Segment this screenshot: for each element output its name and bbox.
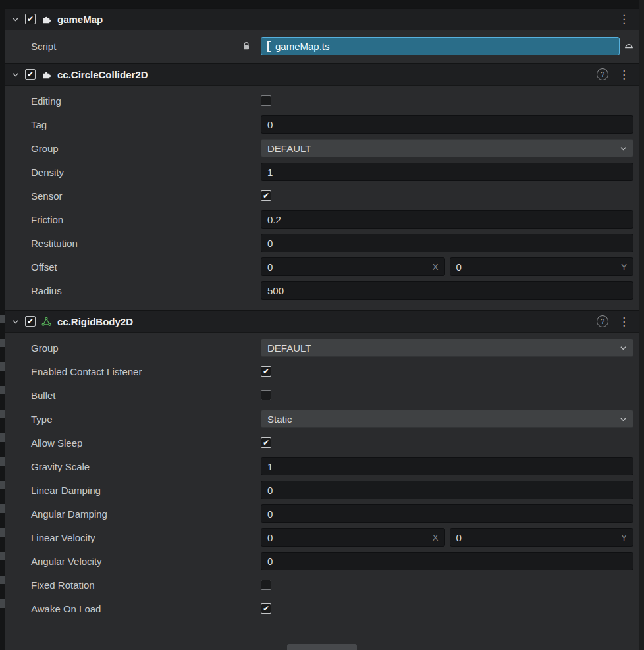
component-header: ✔cc.RigidBody2D?⋮ — [5, 310, 639, 333]
property-value: 0 — [261, 552, 633, 570]
input-value: 1 — [267, 167, 273, 178]
property-label-text: Group — [31, 143, 59, 154]
checkbox-sensor[interactable]: ✔ — [261, 190, 271, 201]
input-radius[interactable]: 500 — [261, 281, 633, 300]
property-value: 0 — [261, 481, 633, 499]
property-row-linear-damping: Linear Damping0 — [5, 478, 639, 502]
property-label: Linear Velocity — [31, 532, 261, 543]
property-value: DEFAULT — [261, 139, 633, 157]
checkbox-editing[interactable] — [261, 95, 271, 106]
menu-icon[interactable]: ⋮ — [617, 316, 631, 327]
collapse-chevron-icon[interactable] — [12, 71, 19, 78]
select-value: DEFAULT — [267, 143, 311, 154]
checkbox-enabled-contact-listener[interactable]: ✔ — [261, 366, 271, 377]
check-icon: ✔ — [263, 439, 269, 447]
property-value: ✔ — [261, 603, 633, 614]
input-value: 0 — [267, 261, 273, 273]
component-gamemap: ✔gameMap⋮ScriptgameMap.ts — [5, 8, 639, 63]
property-label-text: Type — [31, 414, 53, 425]
property-row-type: TypeStatic — [5, 407, 639, 431]
input-angular-damping[interactable]: 0 — [261, 504, 633, 523]
inspector-footer — [5, 628, 639, 650]
checkbox-allow-sleep[interactable]: ✔ — [261, 437, 271, 448]
checkbox-bullet[interactable] — [261, 390, 271, 400]
select-type[interactable]: Static — [261, 410, 633, 428]
select-group[interactable]: DEFAULT — [261, 339, 633, 357]
property-label: Friction — [31, 214, 261, 225]
menu-icon[interactable]: ⋮ — [617, 14, 631, 25]
asset-value: gameMap.ts — [275, 41, 330, 52]
property-label: Tag — [31, 119, 261, 130]
property-value: gameMap.ts — [261, 37, 633, 55]
property-label-text: Sensor — [31, 190, 63, 202]
property-label: Fixed Rotation — [31, 580, 261, 591]
checkbox-awake-on-load[interactable]: ✔ — [261, 603, 271, 614]
help-icon[interactable]: ? — [597, 68, 608, 80]
input-linear-damping[interactable]: 0 — [261, 481, 633, 499]
help-icon[interactable]: ? — [597, 315, 608, 327]
input-friction[interactable]: 0.2 — [261, 210, 633, 229]
property-row-script: ScriptgameMap.ts — [5, 34, 639, 58]
component-enabled-checkbox[interactable]: ✔ — [25, 14, 36, 24]
property-label: Angular Damping — [31, 508, 261, 520]
input-value: 0 — [267, 238, 273, 249]
component-cc-circlecollider2d: ✔cc.CircleCollider2D?⋮EditingTag0GroupDE… — [5, 63, 639, 310]
property-label-text: Allow Sleep — [31, 437, 82, 448]
property-label-text: Friction — [31, 214, 63, 225]
property-value: ✔ — [261, 190, 633, 201]
property-value: DEFAULT — [261, 339, 633, 357]
collapse-chevron-icon[interactable] — [12, 16, 19, 23]
input-value: 0 — [267, 532, 273, 543]
panel-edge-tick — [0, 599, 5, 608]
property-label-text: Linear Velocity — [31, 532, 95, 543]
select-group[interactable]: DEFAULT — [261, 139, 633, 157]
text-cursor-icon — [267, 41, 271, 52]
panel-edge-tick — [0, 528, 5, 537]
checkbox-fixed-rotation[interactable] — [261, 580, 271, 590]
property-label-text: Linear Damping — [31, 485, 101, 496]
vector-x-input[interactable]: 0X — [261, 528, 445, 547]
axis-label-x: X — [433, 533, 439, 543]
panel-edge-tick — [0, 386, 5, 394]
header-actions: ⋮ — [617, 14, 631, 25]
property-row-allow-sleep: Allow Sleep✔ — [5, 431, 639, 454]
asset-locate-icon[interactable] — [624, 41, 633, 51]
input-density[interactable]: 1 — [261, 163, 633, 181]
panel-edge-tick — [0, 552, 5, 560]
script-component-icon — [41, 70, 51, 80]
vector-y-input[interactable]: 0Y — [450, 528, 634, 547]
input-value: 0 — [267, 119, 273, 130]
panel-edge-tick — [0, 315, 5, 323]
script-component-icon — [41, 14, 51, 24]
property-label: Gravity Scale — [31, 461, 261, 472]
property-row-fixed-rotation: Fixed Rotation — [5, 573, 639, 597]
property-row-restitution: Restitution0 — [5, 231, 639, 255]
component-enabled-checkbox[interactable]: ✔ — [25, 69, 36, 80]
collapse-chevron-icon[interactable] — [12, 318, 19, 325]
property-label: Radius — [31, 285, 261, 296]
input-tag[interactable]: 0 — [261, 115, 633, 134]
input-gravity-scale[interactable]: 1 — [261, 457, 633, 475]
component-enabled-checkbox[interactable]: ✔ — [25, 316, 36, 327]
property-value: 0X0Y — [261, 257, 633, 276]
input-value: 0.2 — [267, 214, 281, 225]
property-label-text: Density — [31, 167, 64, 178]
input-angular-velocity[interactable]: 0 — [261, 552, 633, 570]
input-value: 500 — [267, 285, 284, 296]
property-label: Enabled Contact Listener — [31, 366, 261, 377]
menu-icon[interactable]: ⋮ — [617, 69, 631, 80]
vector-y-input[interactable]: 0Y — [450, 257, 634, 276]
property-value: ✔ — [261, 437, 633, 448]
add-component-button[interactable] — [287, 644, 357, 650]
script-asset-input[interactable]: gameMap.ts — [261, 37, 620, 55]
input-restitution[interactable]: 0 — [261, 234, 633, 252]
property-row-group: GroupDEFAULT — [5, 336, 639, 360]
property-row-sensor: Sensor✔ — [5, 184, 639, 207]
panel-edge-tick — [0, 433, 5, 442]
property-row-awake-on-load: Awake On Load✔ — [5, 597, 639, 620]
property-label: Script — [31, 41, 261, 52]
property-label: Linear Damping — [31, 485, 261, 496]
vector-x-input[interactable]: 0X — [261, 257, 445, 276]
lock-icon — [242, 41, 250, 51]
property-row-group: GroupDEFAULT — [5, 136, 639, 160]
